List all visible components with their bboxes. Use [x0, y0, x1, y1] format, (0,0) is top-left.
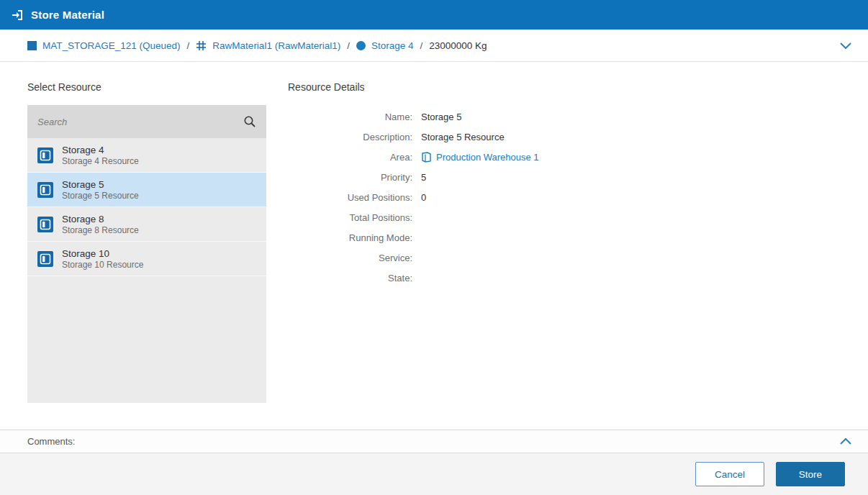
- operation-icon: [196, 40, 207, 51]
- storage-resource-icon: [37, 217, 53, 232]
- search-bar: [27, 105, 266, 138]
- breadcrumb-item-resource[interactable]: Storage 4: [356, 40, 414, 51]
- resource-description: Storage 10 Resource: [62, 260, 143, 271]
- resource-name: Storage 5: [62, 178, 139, 191]
- search-input[interactable]: [37, 117, 238, 127]
- detail-row-state: State:: [288, 268, 539, 288]
- area-icon: [421, 152, 432, 163]
- detail-label: Used Positions:: [288, 192, 421, 203]
- resource-list-item[interactable]: Storage 10 Storage 10 Resource: [27, 242, 266, 276]
- breadcrumb-operation-label: RawMaterial1 (RawMaterial1): [212, 40, 340, 51]
- detail-row-running-mode: Running Mode:: [288, 227, 539, 247]
- detail-value: Storage 5: [421, 112, 461, 122]
- resource-list-panel: Storage 4 Storage 4 Resource Storage 5 S…: [27, 105, 266, 403]
- resource-description: Storage 4 Resource: [62, 156, 139, 167]
- breadcrumb-item-operation[interactable]: RawMaterial1 (RawMaterial1): [196, 40, 340, 51]
- detail-value: 0: [421, 192, 426, 203]
- area-link[interactable]: Production Warehouse 1: [436, 152, 539, 163]
- detail-value: Storage 5 Resource: [421, 132, 505, 142]
- chevron-up-icon[interactable]: [838, 434, 854, 450]
- resource-name: Storage 4: [62, 144, 139, 156]
- store-material-icon: [11, 9, 24, 22]
- resource-details: Name: Storage 5 Description: Storage 5 R…: [288, 106, 539, 288]
- cancel-button[interactable]: Cancel: [695, 462, 764, 486]
- breadcrumb-separator: /: [187, 40, 190, 51]
- breadcrumb-separator: /: [347, 40, 350, 51]
- detail-label: Service:: [288, 253, 421, 263]
- resource-icon: [356, 41, 366, 50]
- app-header: Store Material: [0, 0, 868, 29]
- storage-resource-icon: [37, 182, 53, 198]
- comments-section: Comments:: [0, 430, 868, 453]
- chevron-down-icon[interactable]: [838, 37, 854, 53]
- resource-list-item[interactable]: Storage 8 Storage 8 Resource: [27, 207, 266, 242]
- resource-name: Storage 10: [62, 247, 143, 260]
- resource-details-title: Resource Details: [288, 81, 365, 93]
- store-button[interactable]: Store: [776, 462, 845, 486]
- detail-row-name: Name: Storage 5: [288, 106, 539, 127]
- detail-label: Area:: [288, 152, 421, 163]
- resource-description: Storage 8 Resource: [62, 225, 139, 236]
- detail-label: Description:: [288, 132, 421, 142]
- detail-value-area: Production Warehouse 1: [421, 152, 539, 163]
- comments-label: Comments:: [27, 436, 75, 447]
- detail-row-used-positions: Used Positions: 0: [288, 187, 539, 207]
- detail-row-total-positions: Total Positions:: [288, 207, 539, 227]
- breadcrumb-item-material[interactable]: MAT_STORAGE_121 (Queued): [27, 40, 181, 51]
- material-icon: [27, 41, 37, 50]
- breadcrumb: MAT_STORAGE_121 (Queued) / RawMaterial1 …: [0, 29, 868, 62]
- storage-resource-icon: [37, 147, 53, 163]
- footer: Cancel Store: [0, 453, 868, 495]
- detail-label: State:: [288, 273, 421, 283]
- resource-description: Storage 5 Resource: [62, 191, 139, 201]
- page-title: Store Material: [31, 9, 104, 21]
- breadcrumb-separator: /: [420, 40, 422, 51]
- detail-value: 5: [421, 172, 426, 183]
- resource-list-item-selected[interactable]: Storage 5 Storage 5 Resource: [27, 173, 266, 207]
- storage-resource-icon: [37, 251, 53, 267]
- detail-row-priority: Priority: 5: [288, 167, 539, 187]
- search-icon[interactable]: [243, 115, 256, 128]
- detail-row-service: Service:: [288, 247, 539, 268]
- resource-list-item[interactable]: Storage 4 Storage 4 Resource: [27, 138, 266, 173]
- detail-label: Running Mode:: [288, 232, 421, 243]
- breadcrumb-material-label: MAT_STORAGE_121 (Queued): [42, 40, 181, 51]
- detail-label: Priority:: [288, 172, 421, 183]
- detail-row-description: Description: Storage 5 Resource: [288, 127, 539, 147]
- detail-row-area: Area: Production Warehouse 1: [288, 147, 539, 167]
- select-resource-title: Select Resource: [27, 81, 101, 93]
- breadcrumb-resource-label: Storage 4: [371, 40, 414, 51]
- detail-label: Total Positions:: [288, 212, 421, 223]
- breadcrumb-quantity: 23000000 Kg: [429, 40, 487, 51]
- resource-name: Storage 8: [62, 213, 139, 225]
- detail-label: Name:: [288, 112, 421, 122]
